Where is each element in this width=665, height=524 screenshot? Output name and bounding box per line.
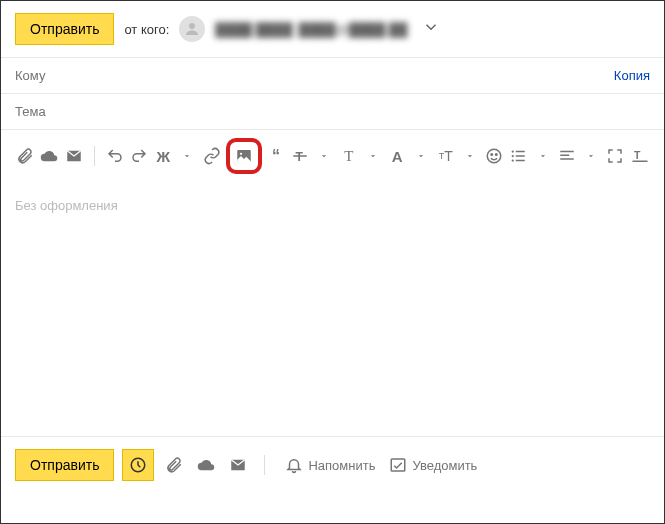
svg-point-8 bbox=[496, 154, 498, 156]
body-placeholder: Без оформления bbox=[15, 198, 118, 213]
redo-icon[interactable] bbox=[129, 144, 149, 168]
mail-icon[interactable] bbox=[64, 144, 84, 168]
subject-field-row bbox=[1, 93, 664, 129]
remind-link[interactable]: Напомнить bbox=[285, 456, 375, 474]
quote-icon[interactable]: “ bbox=[266, 144, 286, 168]
dropdown-icon[interactable] bbox=[411, 144, 431, 168]
send-button-footer[interactable]: Отправить bbox=[15, 449, 114, 481]
separator bbox=[264, 455, 265, 475]
clear-format-icon[interactable]: T bbox=[630, 144, 650, 168]
svg-point-3 bbox=[240, 153, 242, 155]
compose-footer: Отправить Напомнить Уведомить bbox=[1, 436, 664, 493]
compose-header: Отправить от кого: ████ ████ ████@████.█… bbox=[1, 1, 664, 57]
to-field-row: Копия bbox=[1, 57, 664, 93]
dropdown-icon[interactable] bbox=[314, 144, 334, 168]
separator bbox=[94, 146, 95, 166]
dropdown-icon[interactable] bbox=[581, 144, 601, 168]
message-body[interactable]: Без оформления bbox=[1, 182, 664, 402]
image-button-highlight bbox=[226, 138, 262, 174]
dropdown-icon[interactable] bbox=[533, 144, 553, 168]
svg-text:T: T bbox=[634, 149, 641, 161]
emoji-icon[interactable] bbox=[484, 144, 504, 168]
svg-point-6 bbox=[487, 149, 501, 163]
remind-label: Напомнить bbox=[308, 458, 375, 473]
fullscreen-icon[interactable] bbox=[605, 144, 625, 168]
list-icon[interactable] bbox=[508, 144, 528, 168]
font-size-icon[interactable]: TT bbox=[436, 144, 456, 168]
dropdown-icon[interactable] bbox=[177, 144, 197, 168]
from-email: ████@████.██ bbox=[299, 22, 408, 37]
undo-icon[interactable] bbox=[105, 144, 125, 168]
svg-rect-12 bbox=[516, 155, 525, 157]
to-input[interactable] bbox=[15, 68, 614, 83]
image-icon[interactable] bbox=[232, 144, 256, 168]
font-color-icon[interactable]: A bbox=[387, 144, 407, 168]
chevron-down-icon[interactable] bbox=[422, 18, 440, 40]
svg-rect-10 bbox=[516, 151, 525, 153]
notify-link[interactable]: Уведомить bbox=[389, 456, 477, 474]
dropdown-icon[interactable] bbox=[460, 144, 480, 168]
avatar[interactable] bbox=[179, 16, 205, 42]
svg-point-13 bbox=[512, 159, 514, 161]
svg-point-9 bbox=[512, 150, 514, 152]
svg-rect-15 bbox=[560, 151, 574, 153]
dropdown-icon[interactable] bbox=[363, 144, 383, 168]
from-label: от кого: bbox=[124, 22, 169, 37]
font-family-icon[interactable]: T bbox=[339, 144, 359, 168]
send-button[interactable]: Отправить bbox=[15, 13, 114, 45]
link-icon[interactable] bbox=[202, 144, 222, 168]
svg-rect-14 bbox=[516, 160, 525, 162]
cc-link[interactable]: Копия bbox=[614, 68, 650, 83]
notify-label: Уведомить bbox=[412, 458, 477, 473]
attach-icon[interactable] bbox=[15, 144, 35, 168]
cloud-icon[interactable] bbox=[39, 144, 59, 168]
svg-point-7 bbox=[491, 154, 493, 156]
cloud-icon[interactable] bbox=[194, 453, 218, 477]
mail-icon[interactable] bbox=[226, 453, 250, 477]
svg-rect-16 bbox=[560, 155, 569, 157]
svg-rect-17 bbox=[560, 158, 574, 160]
strike-icon[interactable]: T bbox=[290, 144, 310, 168]
bold-button[interactable]: Ж bbox=[153, 144, 173, 168]
subject-input[interactable] bbox=[15, 104, 650, 119]
from-name: ████ ████ bbox=[215, 22, 292, 37]
svg-point-0 bbox=[189, 23, 195, 29]
attach-icon[interactable] bbox=[162, 453, 186, 477]
schedule-button[interactable] bbox=[122, 449, 154, 481]
format-toolbar: Ж “ T T A TT T bbox=[1, 129, 664, 182]
svg-point-11 bbox=[512, 155, 514, 157]
svg-rect-22 bbox=[392, 459, 406, 471]
from-identity[interactable]: ████ ████ ████@████.██ bbox=[215, 22, 407, 37]
align-icon[interactable] bbox=[557, 144, 577, 168]
